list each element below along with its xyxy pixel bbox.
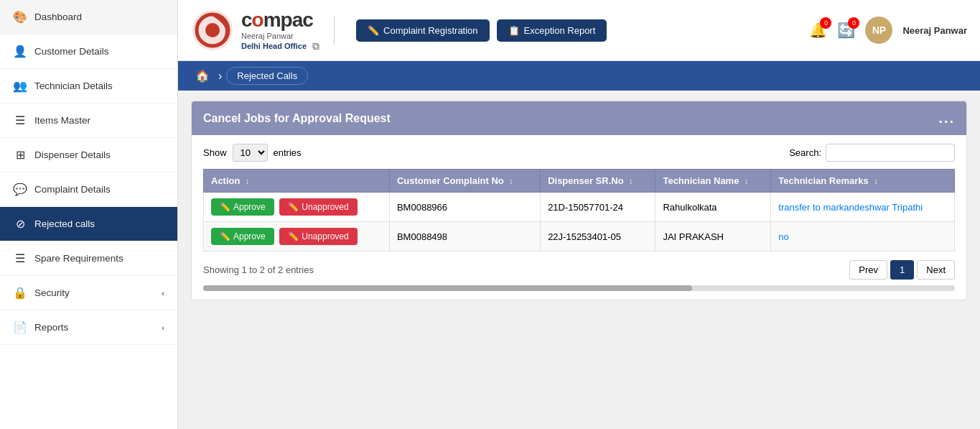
sidebar-item-spare-requirements[interactable]: ☰ Spare Requirements (0, 241, 177, 276)
sidebar-item-dashboard[interactable]: 🎨 Dashboard (0, 0, 177, 34)
topbar-buttons: ✏️ Complaint Registration 📋 Exception Re… (356, 19, 607, 42)
complaint-icon: 💬 (13, 183, 27, 196)
pagination-area: Showing 1 to 2 of 2 entries Prev 1 Next (203, 260, 955, 280)
sort-icon-tech-name: ↕ (745, 177, 748, 185)
notification-icon[interactable]: 🔔 0 (809, 22, 827, 39)
divider (334, 16, 335, 45)
sidebar-item-technician-details[interactable]: 👥 Technician Details (0, 69, 177, 103)
prev-button[interactable]: Prev (849, 260, 887, 280)
page-1-button[interactable]: 1 (890, 260, 914, 280)
data-table: Action ↕ Customer Complaint No ↕ Dispens… (203, 169, 955, 252)
user-name-topbar: Neeraj Panwar (241, 32, 319, 40)
sidebar-item-label: Dispenser Details (34, 149, 111, 160)
complaint-reg-icon: ✏️ (368, 25, 379, 36)
content-area: Cancel Jobs for Approval Request ... Sho… (178, 91, 980, 429)
logo-area: compac Neeraj Panwar Delhi Head Office ⧉ (191, 9, 319, 52)
sidebar-item-items-master[interactable]: ☰ Items Master (0, 103, 177, 138)
col-header-remarks[interactable]: Technician Remarks ↕ (771, 170, 955, 193)
show-entries: Show 10 25 50 entries (203, 144, 302, 162)
search-input[interactable] (826, 144, 955, 162)
sidebar-item-label: Customer Details (34, 46, 109, 57)
sidebar-item-label: Reports (34, 322, 68, 333)
spare-icon: ☰ (13, 252, 27, 265)
tech-name-cell: Rahulkolkata (655, 193, 771, 222)
customer-icon: 👤 (13, 45, 27, 58)
chevron-icon-reports: ‹ (162, 323, 164, 332)
panel-menu-button[interactable]: ... (938, 110, 955, 126)
dispenser-sr-cell: 21D-15057701-24 (541, 193, 655, 222)
user-office: Delhi Head Office (241, 42, 307, 50)
sidebar-item-label: Security (34, 287, 70, 298)
items-icon: ☰ (13, 114, 27, 127)
showing-text: Showing 1 to 2 of 2 entries (203, 264, 314, 275)
sidebar-item-label: Rejected calls (34, 218, 95, 229)
copy-icon[interactable]: ⧉ (312, 40, 319, 52)
sidebar-item-reports[interactable]: 📄 Reports ‹ (0, 310, 177, 345)
breadcrumb-separator: › (218, 70, 222, 83)
sidebar-item-label: Items Master (34, 115, 90, 126)
approve-icon: ✏️ (220, 231, 230, 241)
col-header-action[interactable]: Action ↕ (204, 170, 390, 193)
col-header-complaint[interactable]: Customer Complaint No ↕ (389, 170, 540, 193)
main-panel: Cancel Jobs for Approval Request ... Sho… (191, 101, 967, 300)
compac-logo (191, 9, 234, 52)
panel-body: Show 10 25 50 entries Search: (192, 135, 966, 300)
search-box: Search: (789, 144, 955, 162)
dispenser-icon: ⊞ (13, 148, 27, 162)
tech-remarks-cell: transfer to markandeshwar Tripathi (771, 193, 955, 222)
reports-icon: 📄 (13, 320, 27, 334)
col-header-tech-name[interactable]: Technician Name ↕ (655, 170, 771, 193)
scroll-bar[interactable] (203, 285, 692, 291)
unapprove-icon: ✏️ (288, 231, 299, 241)
sidebar-item-label: Technician Details (34, 80, 113, 91)
approve-button[interactable]: ✏️ Approve (211, 228, 274, 245)
unapprove-icon: ✏️ (288, 202, 299, 212)
panel-title: Cancel Jobs for Approval Request (203, 112, 391, 125)
sort-icon-dispenser: ↕ (629, 177, 633, 185)
dispenser-sr-cell: 22J-15253401-05 (541, 222, 655, 252)
dashboard-icon: 🎨 (13, 10, 27, 24)
technician-icon: 👥 (13, 79, 27, 93)
table-row: ✏️ Approve ✏️ Unapproved BM0088966 21D-1… (204, 193, 955, 222)
sidebar-item-customer-details[interactable]: 👤 Customer Details (0, 34, 177, 69)
show-label: Show (203, 147, 227, 158)
sort-icon-complaint: ↕ (509, 177, 513, 185)
sidebar-item-security[interactable]: 🔒 Security ‹ (0, 276, 177, 310)
unapprove-button[interactable]: ✏️ Unapproved (279, 198, 357, 216)
complaint-registration-button[interactable]: ✏️ Complaint Registration (356, 19, 490, 42)
sidebar-item-rejected-calls[interactable]: ⊘ Rejected calls (0, 207, 177, 241)
sidebar-item-label: Spare Requirements (34, 253, 123, 264)
entries-select[interactable]: 10 25 50 (233, 144, 268, 162)
sidebar-item-complaint-details[interactable]: 💬 Complaint Details (0, 172, 177, 207)
sidebar: 🎨 Dashboard 👤 Customer Details 👥 Technic… (0, 0, 178, 429)
chevron-icon: ‹ (162, 289, 164, 297)
scroll-hint (203, 285, 955, 291)
user-display-name: Neeraj Panwar (902, 25, 967, 36)
approve-button[interactable]: ✏️ Approve (211, 198, 274, 216)
home-breadcrumb-button[interactable]: 🏠 (191, 68, 214, 84)
exception-report-button[interactable]: 📋 Exception Report (497, 19, 607, 42)
table-row: ✏️ Approve ✏️ Unapproved BM0088498 22J-1… (204, 222, 955, 252)
action-cell: ✏️ Approve ✏️ Unapproved (204, 193, 390, 222)
tech-name-cell: JAI PRAKASH (655, 222, 771, 252)
complaint-no-cell: BM0088498 (389, 222, 540, 252)
rejected-icon: ⊘ (13, 217, 27, 231)
next-button[interactable]: Next (917, 260, 955, 280)
sidebar-item-label: Complaint Details (34, 184, 111, 195)
col-header-dispenser[interactable]: Dispenser SR.No ↕ (541, 170, 655, 193)
search-label: Search: (789, 147, 821, 158)
approve-icon: ✏️ (220, 202, 230, 212)
sidebar-item-dispenser-details[interactable]: ⊞ Dispenser Details (0, 138, 177, 172)
topbar-right: 🔔 0 🔄 0 NP Neeraj Panwar (809, 17, 967, 44)
breadcrumb-label: Rejected Calls (226, 67, 308, 85)
notification-badge: 0 (820, 17, 831, 29)
action-cell: ✏️ Approve ✏️ Unapproved (204, 222, 390, 252)
table-controls: Show 10 25 50 entries Search: (203, 144, 955, 162)
tech-remarks-cell: no (771, 222, 955, 252)
breadcrumb-bar: 🏠 › Rejected Calls (178, 61, 980, 91)
sort-icon-remarks: ↕ (874, 177, 877, 185)
panel-header: Cancel Jobs for Approval Request ... (192, 101, 966, 135)
complaint-no-cell: BM0088966 (389, 193, 540, 222)
refresh-icon[interactable]: 🔄 0 (837, 22, 855, 39)
unapprove-button[interactable]: ✏️ Unapproved (279, 228, 357, 245)
